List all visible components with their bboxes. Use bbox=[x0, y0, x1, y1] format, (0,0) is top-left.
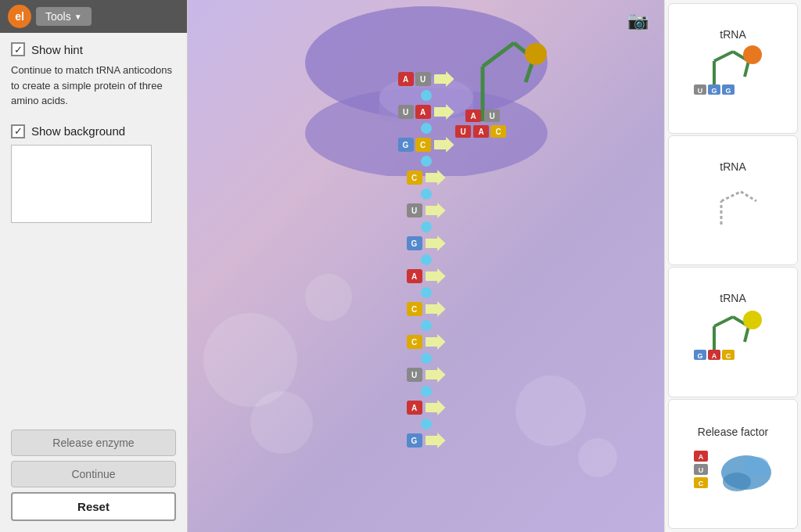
trna-card-3-title: tRNA bbox=[720, 292, 745, 304]
svg-text:C: C bbox=[726, 352, 731, 360]
nuc-C: C bbox=[407, 335, 422, 349]
svg-text:C: C bbox=[495, 128, 501, 136]
svg-point-52 bbox=[723, 473, 751, 491]
svg-line-31 bbox=[721, 192, 741, 201]
left-panel: el Tools Show hint Continue to match tRN… bbox=[0, 0, 188, 532]
svg-line-4 bbox=[483, 43, 514, 66]
dot-7 bbox=[421, 287, 432, 298]
arrow-12 bbox=[426, 433, 446, 448]
background-preview bbox=[11, 145, 152, 223]
codon-row-5: U bbox=[407, 202, 446, 219]
nuc-A: A bbox=[398, 72, 414, 86]
camera-icon[interactable]: 📷 bbox=[627, 11, 648, 31]
codon-row-4: C bbox=[407, 169, 446, 186]
dot-9 bbox=[421, 353, 432, 364]
svg-text:C: C bbox=[699, 480, 704, 487]
show-hint-row: Show hint bbox=[11, 42, 176, 56]
svg-text:U: U bbox=[698, 87, 703, 95]
release-factor-card[interactable]: Release factor A U C bbox=[668, 399, 798, 530]
show-hint-label: Show hint bbox=[31, 43, 83, 56]
codon-row-7: A bbox=[407, 268, 446, 285]
continue-button[interactable]: Continue bbox=[11, 461, 176, 487]
svg-text:A: A bbox=[478, 128, 483, 136]
codon-row-10: U bbox=[407, 366, 446, 383]
trna-card-1-title: tRNA bbox=[720, 28, 745, 41]
dot-5 bbox=[421, 221, 432, 232]
svg-point-8 bbox=[525, 43, 547, 65]
arrow-11 bbox=[426, 400, 446, 415]
release-enzyme-button[interactable]: Release enzyme bbox=[11, 430, 176, 456]
codon-row-3: G C bbox=[398, 136, 454, 153]
arrow-5 bbox=[426, 203, 446, 218]
trna-card-3[interactable]: tRNA G A C bbox=[668, 267, 798, 397]
svg-text:A: A bbox=[712, 352, 717, 360]
dot-3 bbox=[421, 156, 432, 167]
nuc-U: U bbox=[415, 72, 431, 86]
right-panel: tRNA U G G tRNA tRNA bbox=[664, 0, 801, 532]
show-background-checkbox[interactable] bbox=[11, 124, 25, 138]
dot-1 bbox=[421, 90, 432, 101]
show-background-label: Show background bbox=[31, 124, 125, 138]
reset-button[interactable]: Reset bbox=[11, 492, 176, 521]
trna-card-2[interactable]: tRNA bbox=[668, 135, 798, 266]
nuc-A: A bbox=[415, 105, 431, 119]
bg-circle-3 bbox=[305, 274, 352, 321]
release-factor-title: Release factor bbox=[698, 426, 768, 438]
nuc-A: A bbox=[407, 401, 422, 415]
codon-row-11: A bbox=[407, 399, 446, 416]
dot-4 bbox=[421, 189, 432, 200]
arrow-9 bbox=[426, 334, 446, 350]
hint-text: Continue to match tRNA anticodons to cre… bbox=[11, 63, 176, 109]
show-bg-row: Show background bbox=[11, 124, 176, 138]
svg-point-29 bbox=[743, 45, 762, 64]
dot-11 bbox=[421, 419, 432, 430]
codon-row-1: A U bbox=[398, 70, 454, 88]
dot-10 bbox=[421, 386, 432, 397]
arrow-8 bbox=[426, 301, 446, 317]
bottom-buttons: Release enzyme Continue Reset bbox=[0, 430, 187, 532]
nuc-G: G bbox=[407, 433, 422, 448]
show-hint-checkbox[interactable] bbox=[11, 42, 25, 56]
svg-line-28 bbox=[745, 61, 749, 77]
arrow-4 bbox=[426, 170, 446, 185]
bg-circle-4 bbox=[515, 376, 586, 446]
svg-text:A: A bbox=[699, 453, 704, 461]
svg-line-42 bbox=[745, 326, 749, 342]
codon-row-9: C bbox=[407, 333, 446, 350]
center-panel: 📷 A U U A C bbox=[188, 0, 664, 532]
svg-line-26 bbox=[714, 52, 733, 61]
dot-8 bbox=[421, 320, 432, 331]
svg-text:U: U bbox=[489, 112, 494, 120]
nuc-A: A bbox=[407, 269, 422, 283]
nuc-U: U bbox=[398, 105, 414, 119]
bg-circle-2 bbox=[250, 391, 313, 454]
nuc-U: U bbox=[407, 203, 422, 217]
codon-row-2: U A bbox=[398, 103, 454, 120]
svg-point-43 bbox=[743, 311, 762, 329]
arrow-3 bbox=[434, 137, 454, 153]
nuc-C: C bbox=[407, 171, 422, 185]
dot-2 bbox=[421, 123, 432, 134]
trna-svg-1: U G G bbox=[690, 45, 776, 108]
nuc-U: U bbox=[407, 368, 422, 382]
svg-text:G: G bbox=[711, 87, 717, 95]
codon-row-6: G bbox=[407, 235, 446, 252]
svg-line-40 bbox=[714, 317, 733, 326]
trna-card-2-title: tRNA bbox=[720, 160, 745, 173]
dot-6 bbox=[421, 254, 432, 265]
arrow-1 bbox=[434, 71, 454, 87]
svg-text:U: U bbox=[460, 128, 465, 136]
trna-svg-3: G A C bbox=[690, 309, 776, 372]
arrow-10 bbox=[426, 367, 446, 383]
svg-line-32 bbox=[741, 192, 756, 201]
svg-text:A: A bbox=[470, 112, 476, 120]
arrow-2 bbox=[434, 104, 454, 120]
nuc-C: C bbox=[407, 302, 422, 316]
trna-card-1[interactable]: tRNA U G G bbox=[668, 3, 798, 134]
codon-row-8: C bbox=[407, 300, 446, 318]
nuc-G: G bbox=[398, 138, 414, 152]
svg-text:G: G bbox=[697, 352, 702, 360]
arrow-7 bbox=[426, 268, 446, 284]
mrna-container: A U U A G C bbox=[395, 0, 458, 532]
tools-button[interactable]: Tools bbox=[36, 7, 92, 26]
